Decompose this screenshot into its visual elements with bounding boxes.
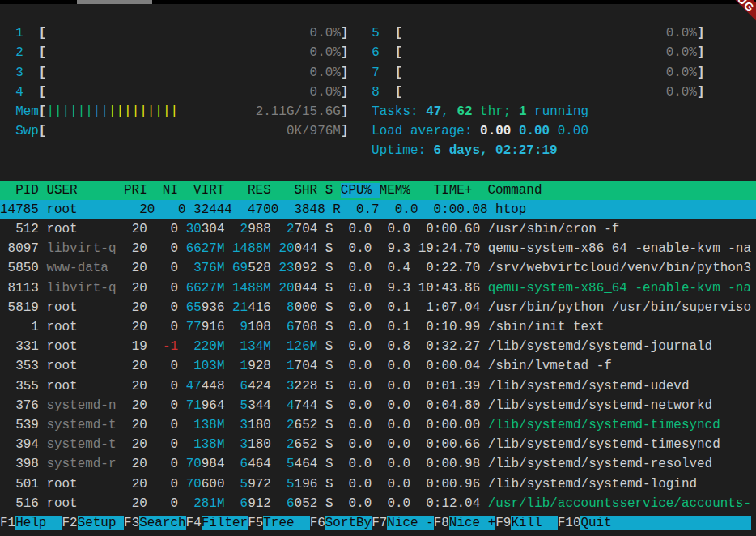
- svg-text:DEBUG: DEBUG: [716, 0, 756, 15]
